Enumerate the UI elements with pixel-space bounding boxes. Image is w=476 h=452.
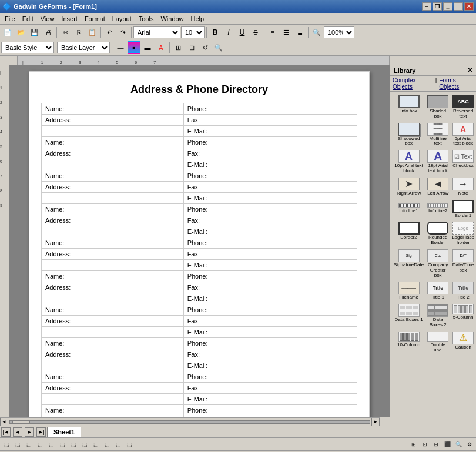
inner-restore-button[interactable]: □: [454, 2, 463, 11]
redo-button[interactable]: ↷: [116, 26, 129, 39]
canvas-area[interactable]: Address & Phone Directory Name: Phone: A…: [9, 65, 389, 417]
library-item-title2[interactable]: Title Title 2: [451, 280, 475, 302]
menu-edit[interactable]: Edit: [19, 14, 37, 24]
color-fill-button[interactable]: ■: [128, 41, 140, 54]
grid-button[interactable]: ⊟: [185, 41, 198, 54]
library-tab-complex[interactable]: Complex Objects: [393, 77, 433, 90]
library-item-checkbox[interactable]: ☑ Text Checkbox: [451, 149, 475, 175]
inner-minimize-button[interactable]: _: [443, 2, 452, 11]
menu-insert[interactable]: Insert: [58, 14, 81, 24]
library-item-doubleline[interactable]: Double line: [426, 330, 450, 354]
refresh-button[interactable]: ↺: [199, 41, 212, 54]
tool-btn-1[interactable]: ⬚: [1, 439, 12, 450]
library-item-18ptarialtext[interactable]: A 18pt Arial text block: [426, 149, 450, 175]
font-name-select[interactable]: Arial: [133, 26, 180, 38]
library-item-border2[interactable]: Border2: [393, 220, 425, 247]
library-item-roundedborder[interactable]: Rounded Border: [426, 220, 450, 247]
new-button[interactable]: 📄: [1, 26, 14, 39]
library-item-leftarrow[interactable]: ◄ Left Arrow: [426, 176, 450, 197]
library-item-5column[interactable]: 5-Column: [451, 303, 475, 329]
menu-window[interactable]: Window: [157, 14, 187, 24]
undo-button[interactable]: ↶: [103, 26, 116, 39]
tool-btn-10[interactable]: ⬚: [102, 439, 112, 450]
sheet-tab-1[interactable]: Sheet1: [47, 427, 81, 437]
library-item-companybox[interactable]: Co. Company Creator box: [426, 248, 450, 279]
view-btn-4[interactable]: ⬛: [442, 439, 452, 450]
style-select[interactable]: Basic Style: [1, 42, 54, 53]
tool-btn-12[interactable]: ⬚: [124, 439, 135, 450]
library-item-rightarrow[interactable]: ➤ Right Arrow: [393, 176, 425, 197]
horizontal-scrollbar[interactable]: ◄ ►: [0, 417, 380, 426]
strike-button[interactable]: S: [249, 26, 262, 39]
menu-format[interactable]: Format: [81, 14, 109, 24]
scroll-left-button[interactable]: ◄: [0, 418, 8, 426]
align-center-button[interactable]: ☰: [280, 26, 293, 39]
menu-view[interactable]: View: [37, 14, 58, 24]
line-color-button[interactable]: ▬: [141, 41, 154, 54]
library-item-infoline2[interactable]: Info line2: [426, 199, 450, 220]
menu-file[interactable]: File: [1, 14, 19, 24]
tool-btn-7[interactable]: ⬚: [68, 439, 79, 450]
library-item-note[interactable]: → Note: [451, 176, 475, 197]
zoom-select[interactable]: 100%: [324, 26, 354, 38]
library-item-reversedtext[interactable]: ABC Reversed text: [451, 94, 475, 120]
tool-btn-9[interactable]: ⬚: [90, 439, 101, 450]
library-item-caution[interactable]: ⚠ Caution: [451, 330, 475, 354]
menu-help[interactable]: Help: [187, 14, 208, 24]
library-item-title1[interactable]: Title Title 1: [426, 280, 450, 302]
bold-button[interactable]: B: [209, 26, 222, 39]
menu-tools[interactable]: Tools: [135, 14, 157, 24]
library-item-infobox[interactable]: Info box: [393, 94, 425, 120]
tool-btn-8[interactable]: ⬚: [79, 439, 90, 450]
tool-btn-4[interactable]: ⬚: [35, 439, 45, 450]
restore-button[interactable]: ❐: [433, 2, 442, 11]
cut-button[interactable]: ✂: [59, 26, 72, 39]
library-item-datetimebox[interactable]: D/T Date/Time box: [451, 248, 475, 279]
line-style-button[interactable]: —: [114, 41, 127, 54]
italic-button[interactable]: I: [222, 26, 235, 39]
library-item-databoxes2[interactable]: Data Boxes 2: [426, 303, 450, 329]
paste-button[interactable]: 📋: [86, 26, 99, 39]
menu-layout[interactable]: Layout: [109, 14, 135, 24]
layer-select[interactable]: Basic Layer: [57, 42, 110, 53]
align-left-button[interactable]: ≡: [266, 26, 279, 39]
library-close-icon[interactable]: ✕: [467, 66, 472, 74]
view-btn-3[interactable]: ⊟: [431, 439, 441, 450]
font-color-button[interactable]: A: [155, 41, 167, 54]
sheet-nav-next[interactable]: ►: [25, 427, 34, 437]
library-item-5ptarialtext[interactable]: A 5pt Arial text block: [451, 122, 475, 148]
library-item-10ptarialtext[interactable]: A 10pt Arial text block: [393, 149, 425, 175]
library-item-filename[interactable]: ───── Filename: [393, 280, 425, 302]
library-item-10column[interactable]: 10-Column: [393, 330, 425, 354]
underline-button[interactable]: U: [236, 26, 249, 39]
library-item-infoline1[interactable]: Info line1: [393, 199, 425, 220]
tool-btn-2[interactable]: ⬚: [12, 439, 23, 450]
tool-btn-6[interactable]: ⬚: [57, 439, 68, 450]
zoom-in-button[interactable]: 🔍: [310, 26, 323, 39]
sheet-nav-prev[interactable]: ◄: [13, 427, 22, 437]
view-btn-1[interactable]: ⊞: [408, 439, 419, 450]
open-button[interactable]: 📂: [15, 26, 28, 39]
search-button[interactable]: 🔍: [212, 41, 225, 54]
tool-btn-3[interactable]: ⬚: [24, 439, 34, 450]
library-item-shadowedbox[interactable]: Shadowed box: [393, 122, 425, 148]
library-item-shadedbox[interactable]: Shaded box: [426, 94, 450, 120]
library-item-border1[interactable]: Border1: [451, 199, 475, 220]
library-item-logoplaceholder[interactable]: Logo LogoPlace holder: [451, 220, 475, 247]
view-btn-6[interactable]: ⚙: [464, 439, 475, 450]
minimize-button[interactable]: −: [422, 2, 431, 11]
library-item-signaturedate[interactable]: Sig SignatureDate: [393, 248, 425, 279]
view-btn-2[interactable]: ⊡: [420, 439, 430, 450]
font-size-select[interactable]: 10: [181, 26, 205, 38]
tool-btn-11[interactable]: ⬚: [113, 439, 123, 450]
scroll-thumb[interactable]: [12, 421, 30, 423]
close-button[interactable]: ✕: [464, 2, 474, 11]
tool-btn-5[interactable]: ⬚: [46, 439, 56, 450]
scroll-track[interactable]: [9, 420, 370, 424]
snap-button[interactable]: ⊞: [172, 41, 185, 54]
sheet-nav-first[interactable]: |◄: [1, 427, 11, 437]
sheet-nav-last[interactable]: ►|: [36, 427, 46, 437]
align-right-button[interactable]: ≣: [293, 26, 306, 39]
copy-button[interactable]: ⎘: [72, 26, 85, 39]
library-item-databoxes1[interactable]: Data Boxes 1: [393, 303, 425, 329]
